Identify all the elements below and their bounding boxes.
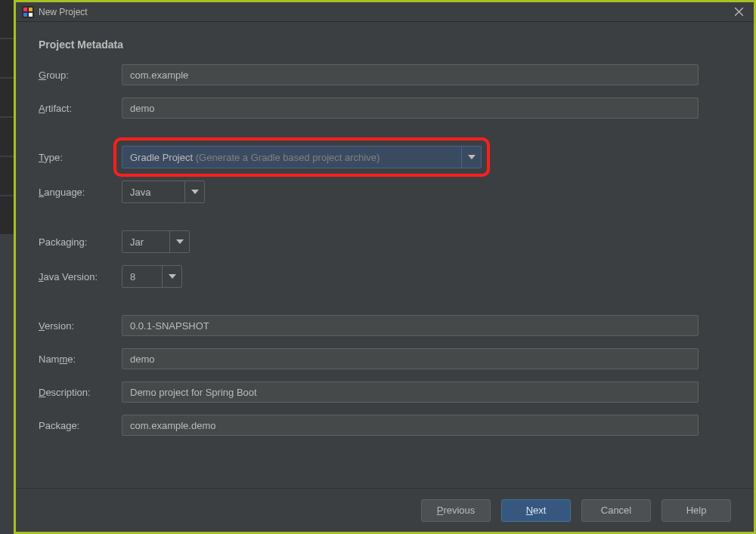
dialog-button-bar: Previous Next Cancel Help (16, 488, 754, 532)
description-input[interactable]: Demo project for Spring Boot (122, 381, 699, 403)
label-language: Language: (39, 187, 122, 198)
svg-rect-3 (23, 13, 27, 17)
java-version-select[interactable]: 8 (122, 265, 182, 288)
next-button[interactable]: Next (501, 499, 571, 522)
name-input[interactable]: demo (122, 348, 699, 369)
chevron-down-icon[interactable] (461, 147, 481, 168)
metadata-form: Group: com.example Artifact: demo Type: … (39, 64, 731, 436)
window-title: New Project (39, 7, 88, 17)
previous-button[interactable]: Previous (421, 499, 491, 522)
section-title: Project Metadata (39, 39, 731, 51)
artifact-input[interactable]: demo (122, 97, 699, 119)
help-button[interactable]: Help (662, 499, 731, 522)
group-input[interactable]: com.example (122, 64, 699, 85)
label-name: Namme: (39, 353, 122, 365)
svg-rect-2 (29, 8, 33, 11)
label-java-version: Java Version: (39, 271, 122, 282)
label-packaging: Packaging: (39, 236, 122, 248)
dialog-content: Project Metadata Group: com.example Arti… (16, 22, 754, 488)
label-type: Type: (39, 152, 122, 163)
close-icon (735, 8, 743, 16)
titlebar[interactable]: New Project (16, 2, 754, 22)
label-description: Description: (39, 387, 122, 398)
packaging-select[interactable]: Jar (122, 230, 190, 253)
version-input[interactable]: 0.0.1-SNAPSHOT (122, 315, 699, 336)
label-version: Version: (39, 320, 122, 332)
background-sidebar (0, 0, 14, 534)
close-button[interactable] (723, 2, 754, 22)
svg-rect-1 (23, 8, 27, 11)
chevron-down-icon[interactable] (184, 181, 204, 202)
label-artifact: Artifact: (39, 103, 122, 114)
chevron-down-icon[interactable] (162, 266, 181, 287)
package-input[interactable]: com.example.demo (122, 415, 699, 436)
label-package: Package: (39, 420, 122, 431)
svg-rect-4 (29, 13, 33, 17)
language-select[interactable]: Java (122, 181, 205, 203)
cancel-button[interactable]: Cancel (581, 499, 651, 522)
type-select[interactable]: Gradle Project (Generate a Gradle based … (122, 146, 482, 168)
new-project-dialog: New Project Project Metadata Group: com.… (14, 0, 756, 534)
app-icon (22, 6, 34, 18)
label-group: Group: (39, 69, 122, 81)
chevron-down-icon[interactable] (169, 231, 189, 252)
